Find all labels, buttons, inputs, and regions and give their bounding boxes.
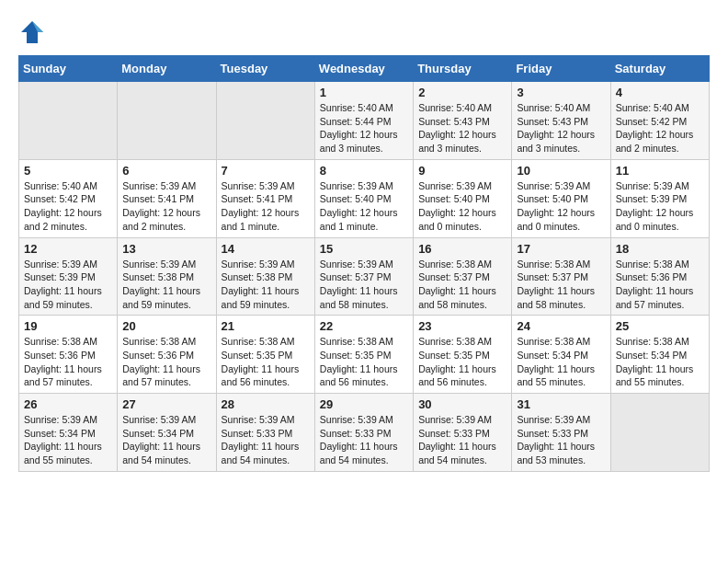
header-row: SundayMondayTuesdayWednesdayThursdayFrid… — [19, 56, 710, 82]
day-info: Sunrise: 5:39 AM — [24, 258, 112, 271]
day-info: Sunrise: 5:38 AM — [122, 335, 210, 349]
day-info: Sunset: 5:40 PM — [517, 192, 605, 206]
day-info: Daylight: 12 hours — [616, 206, 704, 220]
day-info: and 54 minutes. — [320, 454, 408, 467]
calendar-cell — [610, 394, 709, 472]
day-info: and 55 minutes. — [517, 375, 605, 389]
day-info: Daylight: 11 hours — [122, 440, 210, 454]
logo-icon — [18, 18, 46, 46]
calendar-header: SundayMondayTuesdayWednesdayThursdayFrid… — [19, 56, 710, 82]
day-info: and 1 minute. — [222, 220, 310, 234]
day-info: Sunrise: 5:39 AM — [222, 413, 310, 427]
day-info: Sunrise: 5:38 AM — [418, 258, 506, 271]
day-number: 8 — [320, 164, 408, 178]
calendar-cell: 4Sunrise: 5:40 AMSunset: 5:42 PMDaylight… — [610, 82, 709, 160]
day-info: Daylight: 11 hours — [517, 284, 605, 298]
day-info: Sunrise: 5:39 AM — [418, 179, 506, 193]
day-info: Daylight: 11 hours — [320, 440, 408, 454]
day-info: and 0 minutes. — [517, 220, 605, 234]
calendar-cell: 6Sunrise: 5:39 AMSunset: 5:41 PMDaylight… — [118, 159, 216, 237]
day-number: 30 — [418, 397, 506, 411]
day-info: Sunrise: 5:39 AM — [418, 413, 506, 427]
day-info: Sunrise: 5:40 AM — [517, 101, 605, 115]
day-info: Sunrise: 5:38 AM — [222, 335, 310, 349]
day-info: and 55 minutes. — [616, 375, 704, 389]
day-info: Sunset: 5:37 PM — [418, 270, 506, 284]
calendar-cell — [216, 82, 314, 160]
day-info: Sunset: 5:38 PM — [122, 270, 210, 284]
day-number: 18 — [616, 242, 704, 256]
day-info: Daylight: 12 hours — [616, 128, 704, 142]
day-info: Sunrise: 5:39 AM — [122, 179, 210, 193]
day-info: Daylight: 12 hours — [320, 206, 408, 220]
day-info: Daylight: 11 hours — [320, 362, 408, 376]
day-info: Sunset: 5:33 PM — [320, 427, 408, 441]
day-info: Daylight: 11 hours — [24, 362, 112, 376]
day-number: 12 — [24, 242, 112, 256]
week-row-2: 5Sunrise: 5:40 AMSunset: 5:42 PMDaylight… — [19, 159, 710, 237]
day-info: Sunrise: 5:39 AM — [320, 413, 408, 427]
week-row-1: 1Sunrise: 5:40 AMSunset: 5:44 PMDaylight… — [19, 82, 710, 160]
day-info: and 0 minutes. — [418, 220, 506, 234]
day-info: Daylight: 11 hours — [24, 440, 112, 454]
day-info: Sunrise: 5:40 AM — [616, 101, 704, 115]
day-info: Sunset: 5:35 PM — [222, 349, 310, 362]
day-info: Daylight: 11 hours — [517, 362, 605, 376]
day-number: 23 — [418, 319, 506, 333]
day-info: Sunset: 5:42 PM — [24, 192, 112, 206]
calendar-cell: 11Sunrise: 5:39 AMSunset: 5:39 PMDayligh… — [610, 159, 709, 237]
day-info: and 3 minutes. — [320, 142, 408, 155]
calendar-cell: 12Sunrise: 5:39 AMSunset: 5:39 PMDayligh… — [19, 237, 118, 316]
day-number: 15 — [320, 242, 408, 256]
calendar-cell: 13Sunrise: 5:39 AMSunset: 5:38 PMDayligh… — [118, 237, 216, 316]
day-number: 22 — [320, 319, 408, 333]
day-info: and 3 minutes. — [517, 142, 605, 155]
day-info: Sunset: 5:40 PM — [418, 192, 506, 206]
day-info: Sunset: 5:39 PM — [616, 192, 704, 206]
day-info: Sunset: 5:41 PM — [122, 192, 210, 206]
day-info: and 58 minutes. — [517, 298, 605, 312]
calendar-cell: 17Sunrise: 5:38 AMSunset: 5:37 PMDayligh… — [512, 237, 610, 316]
day-number: 13 — [122, 242, 210, 256]
day-info: Sunrise: 5:39 AM — [320, 179, 408, 193]
day-info: Daylight: 12 hours — [24, 206, 112, 220]
day-info: Daylight: 11 hours — [222, 362, 310, 376]
day-number: 11 — [616, 164, 704, 178]
day-info: and 53 minutes. — [517, 454, 605, 467]
day-number: 2 — [418, 86, 506, 99]
day-info: Sunrise: 5:39 AM — [320, 258, 408, 271]
calendar-cell: 9Sunrise: 5:39 AMSunset: 5:40 PMDaylight… — [414, 159, 512, 237]
day-number: 3 — [517, 86, 605, 99]
calendar-cell: 23Sunrise: 5:38 AMSunset: 5:35 PMDayligh… — [414, 316, 512, 394]
day-number: 1 — [320, 86, 408, 99]
day-info: Sunset: 5:33 PM — [418, 427, 506, 441]
day-info: Sunrise: 5:38 AM — [616, 258, 704, 271]
day-info: Sunset: 5:37 PM — [320, 270, 408, 284]
day-info: Sunset: 5:41 PM — [222, 192, 310, 206]
calendar-cell: 15Sunrise: 5:39 AMSunset: 5:37 PMDayligh… — [314, 237, 413, 316]
day-info: and 54 minutes. — [222, 454, 310, 467]
calendar-cell: 3Sunrise: 5:40 AMSunset: 5:43 PMDaylight… — [512, 82, 610, 160]
day-info: Daylight: 11 hours — [320, 284, 408, 298]
day-info: Sunrise: 5:38 AM — [517, 258, 605, 271]
day-number: 28 — [222, 397, 310, 411]
day-info: and 57 minutes. — [616, 298, 704, 312]
day-info: Sunset: 5:36 PM — [616, 270, 704, 284]
calendar-cell: 20Sunrise: 5:38 AMSunset: 5:36 PMDayligh… — [118, 316, 216, 394]
day-number: 14 — [222, 242, 310, 256]
day-number: 27 — [122, 397, 210, 411]
day-info: and 2 minutes. — [24, 220, 112, 234]
day-info: Sunrise: 5:38 AM — [320, 335, 408, 349]
day-number: 29 — [320, 397, 408, 411]
day-info: Sunset: 5:36 PM — [122, 349, 210, 362]
day-info: Daylight: 11 hours — [222, 440, 310, 454]
day-info: Daylight: 12 hours — [418, 128, 506, 142]
day-info: and 0 minutes. — [616, 220, 704, 234]
calendar-cell: 24Sunrise: 5:38 AMSunset: 5:34 PMDayligh… — [512, 316, 610, 394]
day-info: and 57 minutes. — [24, 375, 112, 389]
calendar-cell: 14Sunrise: 5:39 AMSunset: 5:38 PMDayligh… — [216, 237, 314, 316]
day-info: Sunrise: 5:39 AM — [517, 179, 605, 193]
day-info: Daylight: 11 hours — [222, 284, 310, 298]
day-header-sunday: Sunday — [19, 56, 118, 82]
calendar-cell: 18Sunrise: 5:38 AMSunset: 5:36 PMDayligh… — [610, 237, 709, 316]
